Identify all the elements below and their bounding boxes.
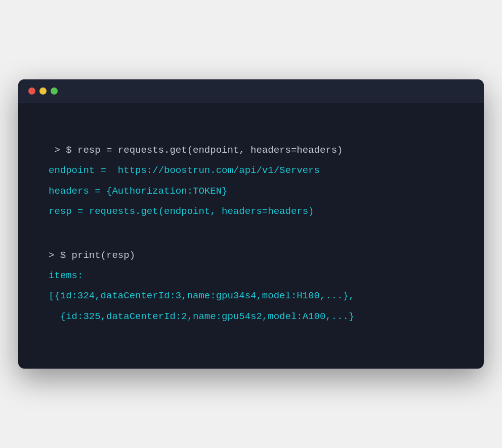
close-button[interactable]	[28, 87, 35, 95]
terminal-body: > $ resp = requests.get(endpoint, header…	[18, 103, 484, 369]
output-array-line-1: [{id:324,dataCenterId:3,name:gpu34s4,mod…	[49, 288, 453, 303]
terminal-window: > $ resp = requests.get(endpoint, header…	[18, 79, 484, 369]
var-headers-line: headers = {Authorization:TOKEN}	[49, 184, 453, 199]
output-items-line: items:	[49, 268, 453, 283]
output-array-line-2: {id:325,dataCenterId:2,name:gpu54s2,mode…	[49, 309, 453, 324]
maximize-button[interactable]	[51, 87, 58, 95]
minimize-button[interactable]	[39, 87, 47, 95]
var-resp-line: resp = requests.get(endpoint, headers=he…	[49, 204, 453, 219]
command-line-2: > $ print(resp)	[49, 248, 453, 263]
code-block: > $ resp = requests.get(endpoint, header…	[49, 128, 453, 338]
var-endpoint-line: endpoint = https://boostrun.com/api/v1/S…	[49, 163, 453, 178]
command-line-1: > $ resp = requests.get(endpoint, header…	[49, 143, 453, 158]
title-bar	[18, 79, 484, 103]
